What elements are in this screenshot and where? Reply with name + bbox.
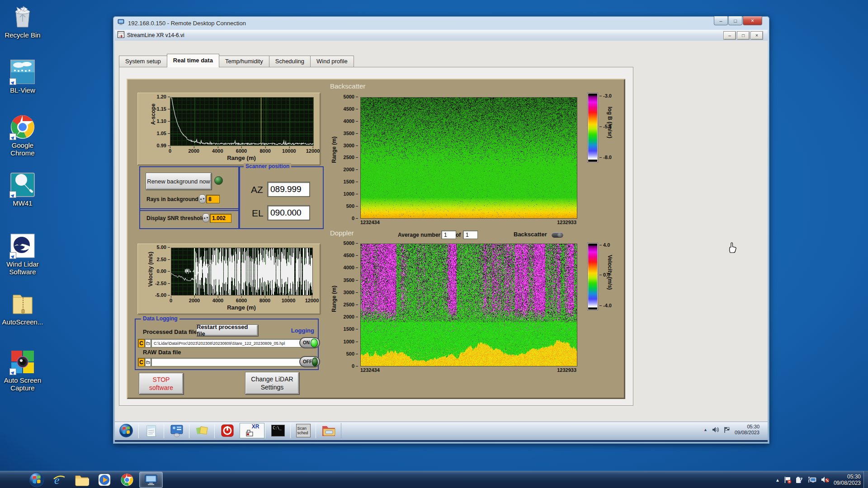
tick-label: 5000 xyxy=(344,94,358,99)
raw-browse-button[interactable] xyxy=(145,358,151,366)
taskbar-file-explorer-button[interactable] xyxy=(71,472,92,488)
rays-spinner[interactable]: ▲▼ xyxy=(199,194,206,203)
snr-spinner[interactable]: ▲▼ xyxy=(203,213,209,222)
tick-label: 1.15 xyxy=(157,106,170,112)
vi-close-button[interactable]: × xyxy=(750,31,763,40)
remote-clock[interactable]: 05:3009/08/2023 xyxy=(735,424,760,436)
velocity-plot xyxy=(171,248,313,296)
desktop-icon-label: AutoScreen... xyxy=(2,318,43,326)
remote-taskbar-folder-button[interactable] xyxy=(316,423,341,438)
stop-software-button[interactable]: STOP software xyxy=(139,373,184,394)
rdp-titlebar[interactable]: 192.168.0.150 - Remote Desktop Connectio… xyxy=(113,16,769,30)
backscatter-toggle-switch[interactable] xyxy=(552,232,563,238)
rays-in-background-label: Rays in background xyxy=(146,196,198,202)
rays-value-field[interactable]: 8 xyxy=(206,195,220,203)
desktop-icon-bl-view[interactable]: BL-View xyxy=(2,59,43,94)
vi-titlebar[interactable]: StreamLine XR v14-6.vi – □ × xyxy=(115,30,768,41)
taskbar-internet-explorer-button[interactable]: e xyxy=(49,472,70,488)
tab-wind-profile[interactable]: Wind profile xyxy=(310,56,354,67)
close-button[interactable]: × xyxy=(743,16,762,25)
renew-background-button[interactable]: Renew background now xyxy=(146,173,212,190)
processed-path-field[interactable]: C:\Lidar\Data\Proc\2023\202308\20230809\… xyxy=(151,339,302,347)
raw-data-file-label: RAW Data file xyxy=(143,349,181,356)
tick-label: 3500 xyxy=(344,277,358,283)
tray-expand-icon[interactable]: ▲ xyxy=(775,478,780,483)
tick-label: 12000 xyxy=(305,298,319,303)
tick-label: 5.00 xyxy=(157,244,170,250)
tab-real-time-data[interactable]: Real time data xyxy=(167,54,219,67)
minimize-button[interactable]: – xyxy=(714,16,728,25)
backscatter-heatmap xyxy=(360,97,577,219)
folder-glyph-icon xyxy=(146,360,150,364)
data-logging-panel: Data Logging Processed Data file Restart… xyxy=(135,319,319,370)
desktop-icon-mw41[interactable]: MW41 xyxy=(2,172,43,207)
timestamp-start: 1232434 xyxy=(360,367,380,373)
desktop-icon-google-chrome[interactable]: Google Chrome xyxy=(2,114,43,157)
on-label: ON xyxy=(303,340,310,345)
instrument-panel: A-scope 1.201.151.101.050.99 02000400060… xyxy=(127,79,625,399)
timestamp-end: 1232933 xyxy=(557,367,576,373)
processed-browse-button[interactable] xyxy=(145,339,151,347)
tab-scheduling[interactable]: Scheduling xyxy=(269,56,311,67)
zip-folder-icon xyxy=(9,291,36,317)
restart-processed-file-button[interactable]: Restart processed file xyxy=(196,324,258,336)
volume-icon[interactable] xyxy=(712,427,719,433)
tray-expand-icon[interactable]: ▲ xyxy=(703,427,708,432)
tick-label: 1.20 xyxy=(157,94,170,99)
background-led-icon xyxy=(214,176,223,185)
az-value-field[interactable]: 089.999 xyxy=(267,182,310,197)
tick-label: 500 xyxy=(346,203,358,209)
open-folder-icon xyxy=(321,424,336,437)
raw-path-field[interactable] xyxy=(151,358,302,366)
doppler-color-scale xyxy=(588,243,598,310)
remote-taskbar-sticky-notes-button[interactable] xyxy=(189,423,215,438)
change-lidar-settings-button[interactable]: Change LiDAR Settings xyxy=(245,372,299,394)
tick-label: 2500 xyxy=(344,302,358,307)
remote-taskbar-scan-scheduler-button[interactable]: Scansched xyxy=(290,423,316,438)
taskbar-chrome-button[interactable] xyxy=(117,472,137,488)
average-total-field[interactable]: 1 xyxy=(463,230,478,239)
desktop-icon-label: BL-View xyxy=(2,86,43,94)
vi-icon xyxy=(118,31,124,40)
ascope-plot xyxy=(170,97,314,146)
clock[interactable]: 05:3009/08/2023 xyxy=(834,474,863,486)
el-value-field[interactable]: 090.000 xyxy=(267,205,310,221)
processed-logging-on-button[interactable]: ON xyxy=(299,337,320,348)
desktop-icon-recycle-bin[interactable]: Recycle Bin xyxy=(2,4,43,39)
start-button[interactable] xyxy=(26,472,47,488)
remote-taskbar-control-panel-button[interactable] xyxy=(164,423,189,438)
snr-threshold-label: Display SNR threshold xyxy=(146,215,205,221)
raw-drive-selector[interactable]: C xyxy=(138,358,145,366)
color-scale-max: -3.0 xyxy=(599,93,612,99)
network-icon[interactable] xyxy=(808,476,817,483)
tick-label: 500 xyxy=(346,351,358,357)
desktop-icon-auto-screen-capture[interactable]: Auto Screen Capture xyxy=(2,349,43,392)
vi-minimize-button[interactable]: – xyxy=(723,31,736,40)
taskbar-remote-desktop-button[interactable] xyxy=(139,472,163,488)
taskbar-media-player-button[interactable] xyxy=(94,472,115,488)
desktop-icon-wind-lidar[interactable]: Wind Lidar Software xyxy=(2,233,43,276)
tab-temp-humidity[interactable]: Temp/humidity xyxy=(219,56,269,67)
maximize-button[interactable]: □ xyxy=(728,16,742,25)
battery-power-icon[interactable] xyxy=(796,476,804,483)
action-center-flag-icon[interactable] xyxy=(724,427,730,433)
volume-muted-icon[interactable] xyxy=(821,476,830,483)
tab-system-setup[interactable]: System setup xyxy=(119,56,167,67)
remote-taskbar-notepad-button[interactable] xyxy=(138,423,164,438)
action-center-flag-icon[interactable] xyxy=(784,476,792,484)
processed-drive-selector[interactable]: C xyxy=(138,339,145,347)
control-panel-icon xyxy=(170,424,184,437)
snr-value-field[interactable]: 1.002 xyxy=(210,214,231,223)
average-number-field[interactable]: 1 xyxy=(441,230,456,239)
desktop-icon-label: Auto Screen Capture xyxy=(2,376,43,392)
rdp-window-title: 192.168.0.150 - Remote Desktop Connectio… xyxy=(128,20,246,27)
desktop-icon-autoscreen-zip[interactable]: AutoScreen... xyxy=(2,291,43,326)
remote-taskbar-power-stop-button[interactable] xyxy=(214,423,240,438)
remote-taskbar-streamline-xr-button[interactable]: XR xyxy=(240,423,264,438)
remote-start-button[interactable] xyxy=(118,423,134,440)
show-desktop-button[interactable] xyxy=(863,471,868,488)
raw-logging-off-button[interactable]: OFF xyxy=(299,356,320,367)
remote-taskbar-command-prompt-button[interactable]: C:\_ xyxy=(265,423,291,438)
vi-maximize-button[interactable]: □ xyxy=(737,31,750,40)
remote-desktop-client: StreamLine XR v14-6.vi – □ × System setu… xyxy=(115,30,768,442)
